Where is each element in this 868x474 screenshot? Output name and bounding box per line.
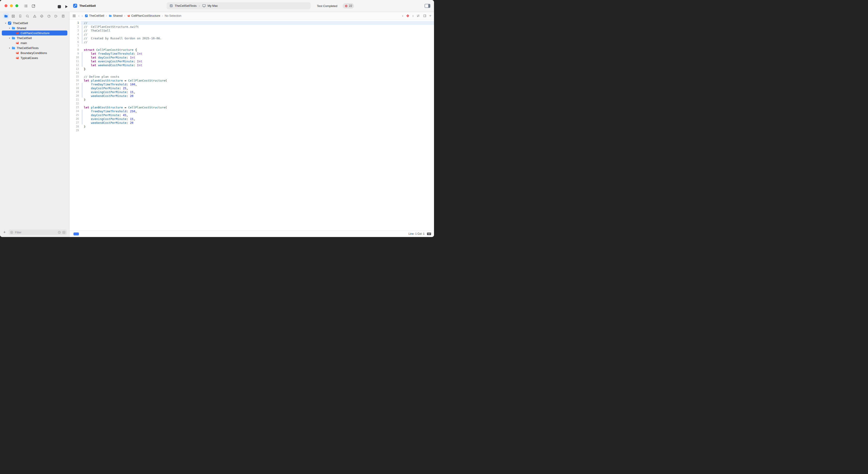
code-line[interactable]: 16let planACostStructure = CellPlanCostS… <box>69 78 434 83</box>
line-number[interactable]: 28 <box>69 125 81 129</box>
forward-button[interactable]: › <box>82 14 83 18</box>
line-number[interactable]: 27 <box>69 121 81 125</box>
code-line[interactable]: 23let planBCostStructure = CellPlanCostS… <box>69 105 434 109</box>
code-line[interactable]: 25 dayCostPerMinute: 45, <box>69 113 434 117</box>
fold-ribbon[interactable] <box>81 25 84 29</box>
stop-button[interactable] <box>57 4 62 9</box>
add-editor-button[interactable]: + <box>429 14 431 18</box>
disclosure-triangle-icon[interactable]: ▾ <box>7 27 11 29</box>
reports-tab[interactable] <box>60 13 66 19</box>
code-line[interactable]: 15// Define plan costs <box>69 75 434 78</box>
recents-clock-icon[interactable] <box>58 231 61 234</box>
fold-ribbon[interactable] <box>81 67 84 71</box>
run-button[interactable] <box>64 4 69 9</box>
scheme-selector[interactable]: TheCellSellTests › My Mac <box>166 2 311 9</box>
find-tab[interactable] <box>24 13 31 19</box>
tree-item-thecellsell[interactable]: ▾TheCellSell <box>2 35 67 40</box>
bookmarks-tab[interactable] <box>17 13 23 19</box>
fold-ribbon[interactable] <box>81 40 84 44</box>
code-review-button[interactable] <box>416 14 420 18</box>
line-number[interactable]: 26 <box>69 117 81 121</box>
fold-ribbon[interactable] <box>81 83 84 86</box>
code-line[interactable]: 8struct CellPlanCostStructure { <box>69 48 434 52</box>
code-line[interactable]: 3// TheCellSell <box>69 29 434 33</box>
run-destination[interactable]: My Mac <box>208 4 218 7</box>
fold-ribbon[interactable] <box>81 102 84 105</box>
issue-error-icon[interactable] <box>406 14 410 18</box>
fold-ribbon[interactable] <box>81 86 84 90</box>
code-line[interactable]: 7 <box>69 44 434 48</box>
fold-ribbon[interactable] <box>81 94 84 98</box>
minimize-button[interactable] <box>10 4 13 7</box>
disclosure-triangle-icon[interactable]: ▾ <box>4 22 8 24</box>
toolbar-list-button[interactable] <box>23 3 29 8</box>
code-line[interactable]: 28) <box>69 125 434 129</box>
add-item-button[interactable]: + <box>2 230 7 235</box>
fold-ribbon[interactable] <box>81 117 84 121</box>
code-line[interactable]: 10 let dayCostPerMinute: Int <box>69 56 434 59</box>
line-number[interactable]: 19 <box>69 90 81 94</box>
line-number[interactable]: 11 <box>69 59 81 63</box>
fold-ribbon[interactable] <box>81 109 84 113</box>
previous-issue-button[interactable]: ‹ <box>402 14 403 18</box>
code-line[interactable]: 9 let freeDayTimeThreshold: Int <box>69 52 434 56</box>
line-number[interactable]: 17 <box>69 83 81 86</box>
code-line[interactable]: 19 eveningCostPerMinute: 15, <box>69 90 434 94</box>
fold-ribbon[interactable] <box>81 33 84 36</box>
close-button[interactable] <box>4 4 7 7</box>
line-number[interactable]: 4 <box>69 33 81 36</box>
source-control-tab[interactable] <box>10 13 16 19</box>
fold-ribbon[interactable] <box>81 98 84 102</box>
line-number[interactable]: 23 <box>69 105 81 109</box>
code-line[interactable]: 14 <box>69 71 434 75</box>
bottom-bar-blue-indicator[interactable] <box>73 232 79 235</box>
tree-item-main[interactable]: main <box>2 40 67 45</box>
line-number[interactable]: 1 <box>69 21 81 25</box>
tree-item-shared[interactable]: ▾Shared <box>2 26 67 31</box>
project-navigator-tab[interactable] <box>3 13 9 19</box>
line-number[interactable]: 2 <box>69 25 81 29</box>
line-number[interactable]: 16 <box>69 78 81 83</box>
code-editor[interactable]: 1//2// CellPlanCostStructure.swift3// Th… <box>69 20 434 230</box>
fold-ribbon[interactable] <box>81 29 84 33</box>
fold-ribbon[interactable] <box>81 75 84 78</box>
breadcrumb-item-cellplancoststructure[interactable]: CellPlanCostStructure <box>127 14 160 18</box>
breadcrumb-item-no-selection[interactable]: No Selection <box>165 14 182 18</box>
code-line[interactable]: 5// Created by Russell Gordon on 2025-10… <box>69 36 434 40</box>
line-number[interactable]: 15 <box>69 75 81 78</box>
line-number[interactable]: 14 <box>69 71 81 75</box>
code-line[interactable]: 26 eveningCostPerMinute: 15, <box>69 117 434 121</box>
fold-ribbon[interactable] <box>81 59 84 63</box>
line-number[interactable]: 9 <box>69 52 81 56</box>
back-button[interactable]: ‹ <box>78 14 80 18</box>
code-line[interactable]: 2// CellPlanCostStructure.swift <box>69 25 434 29</box>
fold-ribbon[interactable] <box>81 78 84 83</box>
code-line[interactable]: 17 freeDayTimeThreshold: 100, <box>69 83 434 86</box>
toolbar-compose-button[interactable] <box>31 3 36 8</box>
line-number[interactable]: 25 <box>69 113 81 117</box>
error-count-chip[interactable]: 22 <box>343 3 354 8</box>
breakpoints-tab[interactable] <box>53 13 59 19</box>
tree-item-thecellsell[interactable]: ▾TheCellSell <box>2 21 67 26</box>
code-line[interactable]: 1// <box>69 21 434 25</box>
disclosure-triangle-icon[interactable]: ▾ <box>7 37 11 39</box>
tree-item-thecellselltests[interactable]: ▾TheCellSellTests <box>2 45 67 51</box>
issues-tab[interactable] <box>32 13 38 19</box>
filter-input[interactable] <box>14 230 57 234</box>
fold-ribbon[interactable] <box>81 71 84 75</box>
code-line[interactable]: 22 <box>69 102 434 105</box>
tree-item-typicalcases[interactable]: TypicalCases <box>2 55 67 60</box>
next-issue-button[interactable]: › <box>412 14 413 18</box>
code-line[interactable]: 13} <box>69 67 434 71</box>
code-line[interactable]: 20 weekendCostPerMinute: 20 <box>69 94 434 98</box>
line-number[interactable]: 12 <box>69 63 81 67</box>
keyboard-icon[interactable] <box>427 232 431 235</box>
code-line[interactable]: 11 let eveningCostPerMinute: Int <box>69 59 434 63</box>
code-line[interactable]: 6// <box>69 40 434 44</box>
fold-ribbon[interactable] <box>81 125 84 129</box>
fold-ribbon[interactable] <box>81 113 84 117</box>
debug-tab[interactable] <box>46 13 52 19</box>
editor-options-button[interactable] <box>423 14 427 18</box>
toggle-inspector-button[interactable] <box>425 4 430 8</box>
line-number[interactable]: 8 <box>69 48 81 52</box>
